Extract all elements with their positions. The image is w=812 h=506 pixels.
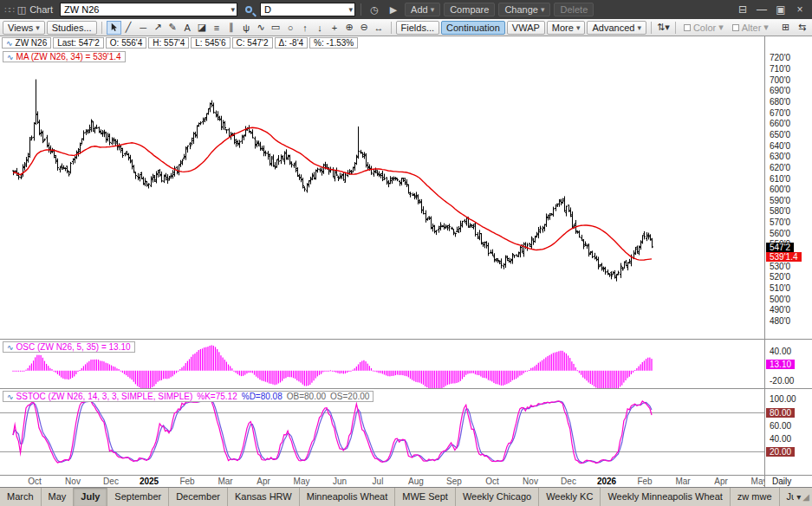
- chevron-down-icon[interactable]: ▾: [349, 5, 354, 14]
- tab-weekly-kc[interactable]: Weekly KC: [539, 488, 601, 506]
- osc-axis-label: 40.00: [770, 347, 791, 356]
- advanced-button[interactable]: Advanced ▾: [587, 21, 646, 35]
- x-axis-month: Mar: [211, 477, 240, 486]
- more-label: More: [552, 23, 574, 33]
- arrow-up-icon[interactable]: ↑: [298, 21, 313, 35]
- horizontal-line-icon[interactable]: ─: [136, 21, 151, 35]
- studies-button[interactable]: Studies...: [47, 21, 97, 35]
- tab-march[interactable]: March: [0, 488, 42, 506]
- search-button[interactable]: [241, 3, 257, 16]
- compare-button[interactable]: Compare: [444, 3, 495, 16]
- tab-mwe-sept[interactable]: MWE Sept: [395, 488, 456, 506]
- tab-december[interactable]: December: [169, 488, 228, 506]
- tab-september[interactable]: September: [107, 488, 169, 506]
- price-badge: 547'2: [766, 243, 794, 252]
- chevron-down-icon: ▾: [763, 22, 769, 33]
- rectangle-icon[interactable]: ▭: [269, 21, 283, 35]
- chevron-down-icon[interactable]: ▾: [231, 5, 236, 14]
- time-axis[interactable]: OctNovDec2025FebMarAprMayJunJulAugSepOct…: [0, 476, 764, 487]
- price-axis-label: 610'0: [770, 174, 790, 184]
- tab-overflow-icon[interactable]: ▾: [796, 492, 801, 502]
- x-axis-month: Mar: [668, 477, 698, 486]
- quote-field-1: O: 556'4: [106, 37, 147, 49]
- trendline-icon[interactable]: ╱: [121, 21, 136, 35]
- price-axis-label: 580'0: [770, 206, 790, 216]
- minimize-icon[interactable]: —: [754, 2, 770, 17]
- period-select[interactable]: D ▾: [260, 3, 355, 16]
- tab-july[interactable]: July: [74, 488, 107, 506]
- color-toggle[interactable]: Color ▾: [680, 21, 727, 35]
- channel-icon[interactable]: ∥: [224, 21, 239, 35]
- osc-study-label[interactable]: ∿ OSC (ZW N26, 5, 35) = 13.10: [3, 341, 135, 353]
- fibonacci-retracement-icon[interactable]: ≡: [210, 21, 224, 35]
- pane-divider[interactable]: [0, 339, 812, 340]
- x-axis-month: 2026: [592, 477, 621, 486]
- vwap-button[interactable]: VWAP: [507, 21, 545, 35]
- eraser-icon[interactable]: ◪: [195, 21, 210, 35]
- pitchfork-icon[interactable]: ψ: [239, 21, 254, 35]
- tab-weekly-chicago[interactable]: Weekly Chicago: [456, 488, 539, 506]
- fields-button[interactable]: Fields...: [396, 21, 440, 35]
- pencil-icon[interactable]: ✎: [166, 21, 180, 35]
- price-axis-label: 480'0: [770, 316, 790, 326]
- text-tool-icon[interactable]: A: [180, 21, 195, 35]
- drawing-tools-group: ╱─↗✎A◪≡∥ψ∿▭○↑↓+⊕⊖↔: [107, 21, 387, 35]
- price-axis-label: 690'0: [770, 86, 790, 95]
- tab-july-4[interactable]: July-4: [780, 488, 795, 506]
- tab-kansas-hrw[interactable]: Kansas HRW: [228, 488, 300, 506]
- x-axis-month: Apr: [706, 477, 736, 486]
- tab-zw-mwe[interactable]: zw mwe: [731, 488, 780, 506]
- regression-icon[interactable]: ∿: [254, 21, 269, 35]
- price-axis-label: 570'0: [770, 217, 790, 227]
- period-value: D: [264, 4, 271, 15]
- quote-symbol: ZW N26: [16, 38, 48, 48]
- pan-icon[interactable]: ⇆: [795, 21, 809, 35]
- sstoc-level-badge: 80.00: [766, 408, 795, 418]
- ma-study-label[interactable]: ∿ MA (ZW N26, 34) = 539'1.4: [3, 51, 126, 62]
- tab-weekly-minneapolis-wheat[interactable]: Weekly Minneapolis Wheat: [601, 488, 730, 506]
- price-axis-label: 680'0: [770, 97, 790, 107]
- price-chart-canvas[interactable]: [0, 50, 764, 339]
- resize-grip-icon[interactable]: ◢: [802, 492, 809, 502]
- chart-window: ∷∷ ◫ Chart ZW N26 ▾ D ▾ ◷ ▶ Add ▾ Compar…: [0, 0, 812, 506]
- chart-app-icon: ◫: [17, 4, 26, 16]
- expand-icon[interactable]: ↔: [372, 21, 387, 35]
- symbol-input[interactable]: ZW N26 ▾: [60, 3, 237, 16]
- views-button[interactable]: Views ▾: [3, 21, 45, 35]
- tab-strip: MarchMayJulySeptemberDecemberKansas HRWM…: [0, 488, 794, 506]
- alter-toggle[interactable]: Alter ▾: [729, 21, 772, 35]
- crosshair-icon[interactable]: +: [328, 21, 342, 35]
- chevron-down-icon: ▾: [637, 23, 641, 32]
- more-button[interactable]: More ▾: [547, 21, 586, 35]
- zoom-in-icon[interactable]: ⊕: [342, 21, 357, 35]
- maximize-icon[interactable]: ▣: [773, 2, 789, 17]
- clock-icon[interactable]: ◷: [367, 3, 382, 16]
- ray-icon[interactable]: ↗: [151, 21, 166, 35]
- zoom-out-icon[interactable]: ⊖: [357, 21, 372, 35]
- cursor-tool-icon[interactable]: [107, 21, 121, 35]
- change-button[interactable]: Change ▾: [498, 3, 550, 16]
- symbol-value: ZW N26: [64, 4, 99, 15]
- tab-may[interactable]: May: [42, 488, 75, 506]
- quote-field-4: C: 547'2: [232, 37, 273, 49]
- tab-minneapolis-wheat[interactable]: Minneapolis Wheat: [300, 488, 396, 506]
- views-label: Views: [8, 23, 33, 33]
- add-button[interactable]: Add ▾: [405, 3, 440, 16]
- close-icon[interactable]: ×: [792, 2, 808, 17]
- tab-bar: MarchMayJulySeptemberDecemberKansas HRWM…: [0, 487, 812, 506]
- swap-icon[interactable]: ⇅▾: [656, 21, 671, 35]
- window-grip-icon[interactable]: ∷∷: [4, 5, 14, 15]
- sstoc-study-label[interactable]: ∿ SSTOC (ZW N26, 14, 3, 3, SIMPLE, SIMPL…: [3, 391, 374, 402]
- checkbox-icon: [732, 24, 739, 31]
- ellipse-icon[interactable]: ○: [283, 21, 298, 35]
- layout-icon[interactable]: ⊞: [778, 21, 793, 35]
- delete-button[interactable]: Delete: [554, 3, 594, 16]
- title-bar: ∷∷ ◫ Chart ZW N26 ▾ D ▾ ◷ ▶ Add ▾ Compar…: [0, 0, 812, 19]
- arrow-down-icon[interactable]: ↓: [313, 21, 328, 35]
- value-axis-column[interactable]: Daily 720'0710'0700'0690'0680'0670'0660'…: [764, 36, 812, 487]
- play-icon[interactable]: ▶: [386, 3, 401, 16]
- price-badge: 539'1.4: [766, 252, 802, 262]
- continuation-toggle[interactable]: Continuation: [441, 21, 505, 35]
- dock-icon[interactable]: ⊟: [735, 2, 750, 17]
- pane-divider[interactable]: [0, 388, 812, 389]
